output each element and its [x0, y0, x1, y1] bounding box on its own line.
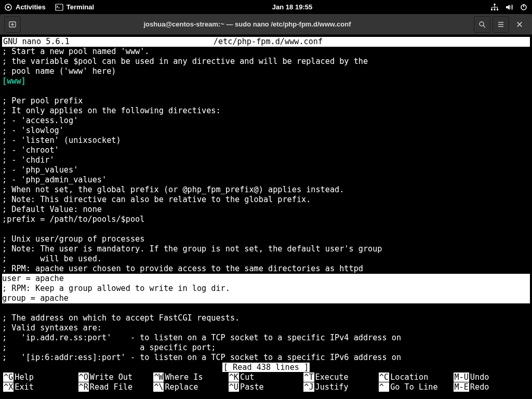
- volume-icon: [505, 3, 513, 11]
- clock[interactable]: Jan 18 19:55: [94, 3, 490, 11]
- activities-icon: [4, 3, 12, 11]
- shortcut: ^WWhere Is: [153, 373, 229, 382]
- editor-highlight: user = apache ; RPM: Keep a group allowe…: [2, 274, 530, 303]
- nano-header: GNU nano 5.6.1 /etc/php-fpm.d/www.conf: [2, 37, 530, 47]
- shortcut: ^KCut: [229, 373, 304, 382]
- terminal-content[interactable]: GNU nano 5.6.1 /etc/php-fpm.d/www.conf ;…: [0, 35, 532, 394]
- search-button[interactable]: [474, 16, 490, 33]
- svg-rect-5: [494, 9, 496, 10]
- shortcut: ^OWrite Out: [78, 373, 154, 382]
- shortcut: ^ Go To Line: [379, 382, 454, 392]
- terminal-icon: [55, 3, 63, 11]
- app-menu-label: Terminal: [66, 3, 94, 11]
- shortcut: ^CLocation: [379, 373, 454, 382]
- app-menu[interactable]: Terminal: [55, 3, 94, 11]
- shortcut: M-UUndo: [454, 373, 529, 382]
- svg-rect-4: [491, 9, 493, 10]
- editor-pool-header: [www]: [2, 76, 530, 86]
- editor-text-post: ; The address on which to accept FastCGI…: [2, 303, 530, 363]
- svg-rect-3: [494, 4, 496, 5]
- shortcut: ^JJustify: [303, 382, 379, 392]
- menu-button[interactable]: [493, 16, 509, 33]
- nano-filepath: /etc/php-fpm.d/www.conf: [7, 37, 529, 47]
- power-icon: [520, 3, 528, 11]
- nano-status: [ Read 438 lines ]: [2, 363, 530, 373]
- editor-text-mid: ; Per pool prefix ; It only applies on t…: [2, 86, 530, 274]
- shortcut: ^TExecute: [303, 373, 379, 382]
- shortcut: M-ERedo: [454, 382, 529, 392]
- svg-rect-2: [56, 4, 63, 10]
- activities-label: Activities: [16, 3, 46, 11]
- shortcut: ^RRead File: [78, 382, 154, 392]
- window-titlebar: joshua@centos-stream:~ — sudo nano /etc/…: [0, 14, 532, 35]
- shortcut: ^UPaste: [229, 382, 304, 392]
- gnome-topbar: Activities Terminal Jan 18 19:55: [0, 0, 532, 14]
- shortcut: ^\Replace: [153, 382, 229, 392]
- shortcut: ^GHelp: [3, 373, 78, 382]
- nano-shortcuts: ^GHelp ^OWrite Out ^WWhere Is ^KCut ^TEx…: [2, 373, 530, 392]
- svg-point-1: [7, 6, 9, 8]
- editor-text-pre: ; Start a new pool named 'www'. ; the va…: [2, 47, 530, 76]
- network-icon: [490, 3, 499, 11]
- svg-rect-6: [497, 9, 498, 10]
- system-tray[interactable]: [490, 3, 528, 11]
- window-title: joshua@centos-stream:~ — sudo nano /etc/…: [22, 20, 473, 28]
- new-tab-button[interactable]: [4, 16, 21, 33]
- svg-line-11: [483, 25, 485, 28]
- close-button[interactable]: [511, 16, 528, 33]
- activities-button[interactable]: Activities: [4, 3, 46, 11]
- shortcut: ^XExit: [3, 382, 78, 392]
- terminal-window: joshua@centos-stream:~ — sudo nano /etc/…: [0, 14, 532, 394]
- svg-point-10: [480, 22, 484, 26]
